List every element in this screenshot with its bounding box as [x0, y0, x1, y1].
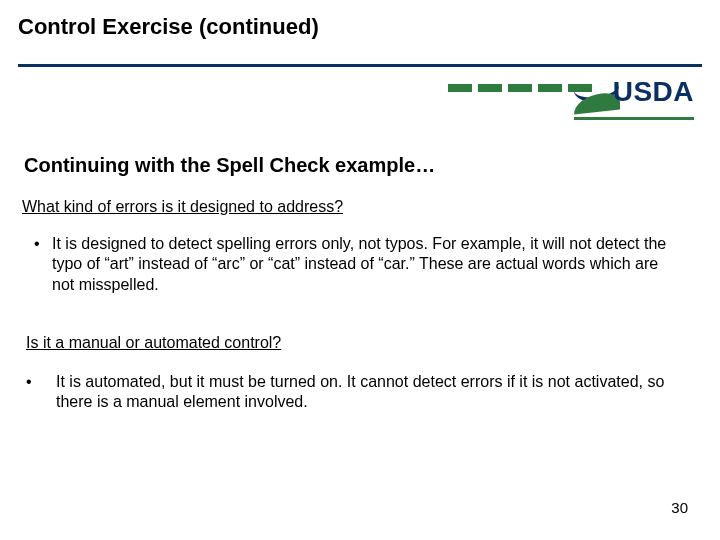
title-divider — [18, 64, 702, 67]
question-1: What kind of errors is it designed to ad… — [22, 198, 343, 216]
bullet-marker-icon: • — [26, 372, 56, 413]
dash-icon — [538, 84, 562, 92]
dash-icon — [478, 84, 502, 92]
slide: Control Exercise (continued) USDA Contin… — [0, 0, 720, 540]
bullet-marker-icon: • — [34, 234, 52, 295]
logo-underline — [574, 117, 694, 120]
dash-icon — [448, 84, 472, 92]
bullet-2: • It is automated, but it must be turned… — [26, 372, 682, 413]
slide-title: Control Exercise (continued) — [18, 14, 319, 40]
bullet-2-text: It is automated, but it must be turned o… — [56, 372, 682, 413]
logo-text: USDA — [613, 76, 694, 108]
accent-dashes — [448, 84, 592, 92]
dash-icon — [508, 84, 532, 92]
bullet-1: • It is designed to detect spelling erro… — [34, 234, 682, 295]
question-2: Is it a manual or automated control? — [26, 334, 281, 352]
slide-subtitle: Continuing with the Spell Check example… — [24, 154, 435, 177]
bullet-1-text: It is designed to detect spelling errors… — [52, 234, 682, 295]
page-number: 30 — [671, 499, 688, 516]
usda-logo: USDA — [574, 76, 694, 122]
